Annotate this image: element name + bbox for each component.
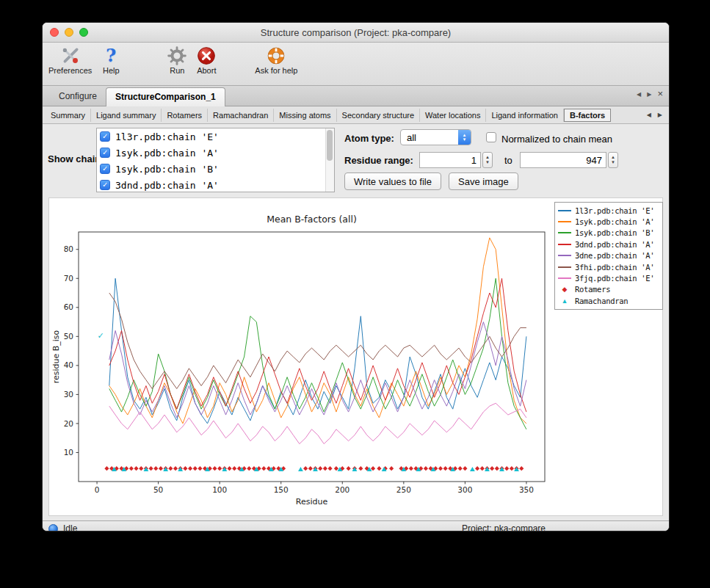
legend-label: 3fhi.pdb:chain 'A' [575,263,654,272]
chain-list[interactable]: ✓ 1l3r.pdb:chain 'E' ✓ 1syk.pdb:chain 'A… [96,128,335,192]
residue-from-stepper[interactable]: ▲▼ [482,152,493,168]
legend-line-sample [558,255,571,256]
minimize-window-button[interactable] [65,28,73,37]
legend-label: 3fjq.pdb:chain 'E' [575,274,654,283]
subtab-secondary-structure[interactable]: Secondary structure [337,109,420,122]
chain-list-item[interactable]: ✓ 1syk.pdb:chain 'A' [97,145,334,161]
subtab-back-icon[interactable]: ◀ [647,112,651,118]
svg-text:60: 60 [64,302,73,311]
legend-label: Rotamers [575,285,610,294]
traffic-lights [50,28,88,37]
checkbox-checked-icon[interactable]: ✓ [100,164,110,174]
svg-text:200: 200 [335,485,349,494]
chain-label: 1l3r.pdb:chain 'E' [115,131,219,142]
scrollbar-thumb[interactable] [327,130,333,161]
checkbox-checked-icon[interactable]: ✓ [100,180,110,190]
subtab-ramachandran[interactable]: Ramachandran [208,109,274,122]
chart-panel: 0501001502002503003501020304050607080Mea… [48,197,663,516]
ask-for-help-button[interactable]: Ask for help [255,46,297,75]
svg-text:10: 10 [64,448,73,457]
subtab-ligand-information[interactable]: Ligand information [486,109,564,122]
legend-item: 1l3r.pdb:chain 'E' [558,205,659,216]
chain-list-item[interactable]: ✓ 1l3r.pdb:chain 'E' [97,128,334,145]
svg-text:Mean B-factors (all): Mean B-factors (all) [267,214,357,225]
tab-forward-icon[interactable]: ▶ [647,91,651,98]
abort-label: Abort [197,66,216,75]
svg-text:80: 80 [64,244,73,253]
subtab-b-factors[interactable]: B-factors [564,109,611,122]
help-label: Help [103,66,120,75]
svg-text:70: 70 [64,274,73,283]
chain-list-item[interactable]: ✓ 1syk.pdb:chain 'B' [97,161,334,177]
normalized-label: Normalized to chain mean [501,134,612,145]
main-tab-nav: ◀ ▶ × [637,90,663,98]
residue-to-stepper[interactable]: ▲▼ [608,152,618,168]
save-image-button[interactable]: Save image [449,173,518,190]
tab-configure[interactable]: Configure [50,87,106,106]
tab-structurecomparison-1[interactable]: StructureComparison_1 [106,87,225,106]
status-project: Project: pka-compare [462,523,546,531]
dropdown-arrows-icon: ▲▼ [458,130,471,145]
tab-back-icon[interactable]: ◀ [637,91,641,98]
tab-close-icon[interactable]: × [657,90,663,98]
legend-item: 3dnd.pdb:chain 'A' [558,239,659,250]
life-ring-icon [266,46,286,66]
close-window-button[interactable] [50,28,59,37]
svg-text:350: 350 [519,485,534,494]
sub-tab-bar: Summary Ligand summary Rotamers Ramachan… [43,106,669,124]
legend-label: 3dnd.pdb:chain 'A' [575,240,654,249]
main-tab-bar: Configure StructureComparison_1 ◀ ▶ × [43,86,669,106]
residue-from-input[interactable] [419,152,481,168]
chart-legend: 1l3r.pdb:chain 'E'1syk.pdb:chain 'A'1syk… [554,202,663,310]
subtab-missing-atoms[interactable]: Missing atoms [274,109,336,122]
legend-item: ▲Ramachandran [558,295,659,306]
chain-list-scrollbar[interactable] [325,128,334,192]
legend-label: 1syk.pdb:chain 'A' [575,217,654,226]
svg-text:300: 300 [457,485,472,494]
zoom-window-button[interactable] [79,28,88,37]
legend-line-sample [558,244,571,245]
svg-text:✓: ✓ [97,331,104,341]
abort-button[interactable]: Abort [196,46,217,75]
atom-type-dropdown[interactable]: all ▲▼ [400,129,471,145]
svg-text:40: 40 [64,360,73,369]
app-window: Structure comparison (Project: pka-compa… [42,22,670,531]
status-dot-icon [48,524,58,532]
run-button[interactable]: Run [167,46,187,75]
diamond-marker-icon: ◆ [558,286,571,293]
legend-line-sample [558,277,571,279]
atom-type-label: Atom type: [344,133,394,144]
chain-list-item[interactable]: ✓ 3dnd.pdb:chain 'A' [97,177,334,192]
legend-item: 1syk.pdb:chain 'B' [558,228,659,239]
legend-line-sample [558,210,571,211]
subtab-water-locations[interactable]: Water locations [420,109,486,122]
triangle-marker-icon: ▲ [558,297,571,305]
checkbox-checked-icon[interactable]: ✓ [100,148,110,158]
subtab-summary[interactable]: Summary [46,109,91,122]
svg-text:0: 0 [95,485,100,494]
subtab-forward-icon[interactable]: ▶ [658,112,662,118]
svg-text:100: 100 [212,485,227,494]
svg-text:30: 30 [64,390,73,399]
controls-panel: Show chains: ✓ 1l3r.pdb:chain 'E' ✓ 1syk… [43,124,669,197]
help-button[interactable]: ? Help [101,46,121,75]
status-bar: Idle Project: pka-compare [43,520,669,531]
legend-item: ◆Rotamers [558,284,659,295]
svg-text:50: 50 [64,332,73,341]
legend-label: Ramachandran [575,297,628,305]
residue-to-input[interactable] [520,152,606,168]
toolbar: Preferences ? Help Run [43,43,669,86]
chain-label: 3dnd.pdb:chain 'A' [115,180,219,191]
legend-line-sample [558,221,571,222]
preferences-button[interactable]: Preferences [48,46,92,75]
run-label: Run [170,66,184,75]
run-gear-icon [167,46,187,66]
legend-item: 3fjq.pdb:chain 'E' [558,272,659,283]
svg-text:Residue: Residue [296,497,328,507]
help-question-icon: ? [101,46,121,66]
write-values-button[interactable]: Write values to file [344,173,441,190]
subtab-ligand-summary[interactable]: Ligand summary [91,109,162,122]
checkbox-checked-icon[interactable]: ✓ [100,131,110,142]
subtab-rotamers[interactable]: Rotamers [162,109,208,122]
normalized-checkbox[interactable] [486,132,496,142]
